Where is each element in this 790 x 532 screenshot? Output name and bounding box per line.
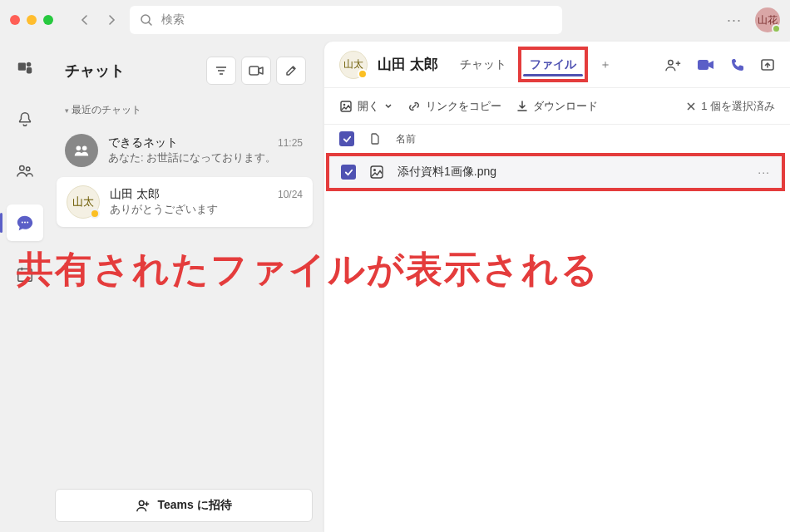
- user-avatar[interactable]: 山花: [755, 7, 780, 32]
- chat-time: 11:25: [278, 137, 303, 149]
- sidebar-title: チャット: [65, 61, 125, 81]
- link-icon: [407, 100, 421, 113]
- share-button[interactable]: [760, 57, 775, 72]
- svg-point-23: [669, 60, 673, 64]
- annotation-highlight-row: 添付資料1画像.png ···: [326, 153, 785, 191]
- tab-add[interactable]: ＋: [596, 57, 615, 72]
- file-table-header: 名前: [324, 125, 790, 153]
- svg-point-29: [343, 103, 346, 106]
- chat-sidebar: チャット 最近のチャット: [50, 40, 324, 532]
- rail-calendar[interactable]: [7, 256, 43, 293]
- video-icon: [249, 65, 264, 76]
- chat-time: 10/24: [278, 189, 303, 200]
- nav-forward[interactable]: [100, 8, 123, 32]
- filter-button[interactable]: [206, 57, 236, 85]
- svg-point-31: [373, 169, 376, 171]
- phone-icon: [730, 57, 745, 72]
- rail-activity[interactable]: [7, 50, 43, 86]
- image-file-icon: [369, 165, 384, 180]
- download-label: ダウンロード: [533, 99, 598, 114]
- nav-back[interactable]: [73, 8, 96, 32]
- file-toolbar: 開く リンクをコピー ダウンロード 1 個を選択済み: [324, 88, 790, 125]
- svg-rect-4: [27, 67, 32, 73]
- presence-available-icon: [772, 24, 781, 33]
- search-input[interactable]: 検索: [130, 6, 562, 34]
- add-people-button[interactable]: [665, 57, 682, 72]
- header-avatar[interactable]: 山太: [339, 51, 368, 79]
- audio-call-button[interactable]: [730, 57, 745, 72]
- open-label: 開く: [358, 99, 379, 114]
- invite-button[interactable]: Teams に招待: [55, 489, 313, 522]
- calendar-icon: [16, 265, 34, 283]
- app-rail: [0, 40, 50, 532]
- section-recent[interactable]: 最近のチャット: [55, 100, 313, 126]
- compose-button[interactable]: [276, 57, 306, 85]
- open-button[interactable]: 開く: [339, 99, 393, 114]
- file-name: 添付資料1画像.png: [397, 165, 496, 180]
- meet-button[interactable]: [241, 57, 271, 85]
- more-menu[interactable]: ···: [727, 12, 742, 29]
- selection-status: 1 個を選択済み: [701, 99, 775, 114]
- chat-item-yamada[interactable]: 山太 山田 太郎 10/24 ありがとうございます: [57, 177, 313, 227]
- avatar-group-icon: [65, 134, 98, 167]
- person-add-icon: [136, 498, 151, 513]
- svg-point-9: [27, 222, 28, 224]
- chat-item-dekirunet[interactable]: できるネット 11:25 あなた: お世話になっております。: [55, 126, 313, 175]
- chevron-down-icon: [384, 102, 393, 111]
- presence-away-icon: [358, 69, 368, 79]
- svg-point-18: [77, 146, 81, 151]
- svg-line-1: [149, 22, 151, 25]
- download-icon: [516, 100, 528, 113]
- close-window[interactable]: [10, 15, 20, 25]
- people-icon: [16, 162, 34, 180]
- copy-link-button[interactable]: リンクをコピー: [407, 99, 501, 114]
- search-placeholder: 検索: [161, 12, 185, 27]
- filter-icon: [215, 64, 228, 77]
- share-screen-icon: [760, 57, 775, 72]
- download-button[interactable]: ダウンロード: [516, 99, 598, 114]
- chat-header: 山太 山田 太郎 チャット ファイル ＋: [324, 42, 790, 88]
- nav-arrows: [73, 8, 123, 32]
- avatar: 山太: [67, 185, 100, 219]
- main-panel: 山太 山田 太郎 チャット ファイル ＋: [324, 42, 790, 532]
- file-more-menu[interactable]: ···: [758, 165, 770, 179]
- tab-file[interactable]: ファイル: [526, 43, 580, 85]
- video-call-button[interactable]: [697, 58, 715, 71]
- chat-name: 山田 太郎: [110, 187, 160, 202]
- svg-point-7: [22, 222, 23, 224]
- name-column-header[interactable]: 名前: [396, 132, 416, 146]
- chat-preview: あなた: お世話になっております。: [108, 150, 303, 165]
- chat-header-name: 山田 太郎: [378, 55, 438, 74]
- file-type-icon: [369, 133, 381, 145]
- row-checkbox[interactable]: [341, 165, 356, 180]
- svg-point-20: [140, 500, 145, 505]
- svg-rect-10: [18, 269, 32, 282]
- chat-icon: [16, 214, 34, 232]
- chat-name: できるネット: [108, 135, 178, 150]
- svg-point-6: [26, 167, 29, 170]
- compose-icon: [284, 64, 298, 77]
- invite-label: Teams に招待: [157, 498, 231, 513]
- rail-teams[interactable]: [7, 153, 43, 190]
- presence-away-icon: [90, 209, 100, 219]
- minimize-window[interactable]: [27, 15, 37, 25]
- annotation-highlight-tab: ファイル: [518, 47, 588, 82]
- rail-notifications[interactable]: [7, 101, 43, 138]
- teams-icon: [16, 59, 34, 77]
- chat-preview: ありがとうございます: [110, 202, 303, 217]
- copy-link-label: リンクをコピー: [426, 99, 501, 114]
- svg-rect-17: [249, 66, 259, 75]
- maximize-window[interactable]: [43, 15, 53, 25]
- bell-icon: [16, 111, 34, 129]
- svg-rect-26: [698, 60, 709, 70]
- svg-rect-2: [18, 63, 26, 71]
- file-row[interactable]: 添付資料1画像.png ···: [329, 156, 782, 188]
- rail-chat[interactable]: [7, 204, 43, 241]
- people-add-icon: [665, 57, 682, 72]
- svg-point-8: [24, 222, 26, 224]
- svg-point-19: [82, 146, 87, 151]
- close-icon[interactable]: [686, 101, 696, 111]
- tab-chat[interactable]: チャット: [457, 43, 510, 86]
- select-all-checkbox[interactable]: [339, 131, 354, 146]
- search-icon: [140, 13, 153, 27]
